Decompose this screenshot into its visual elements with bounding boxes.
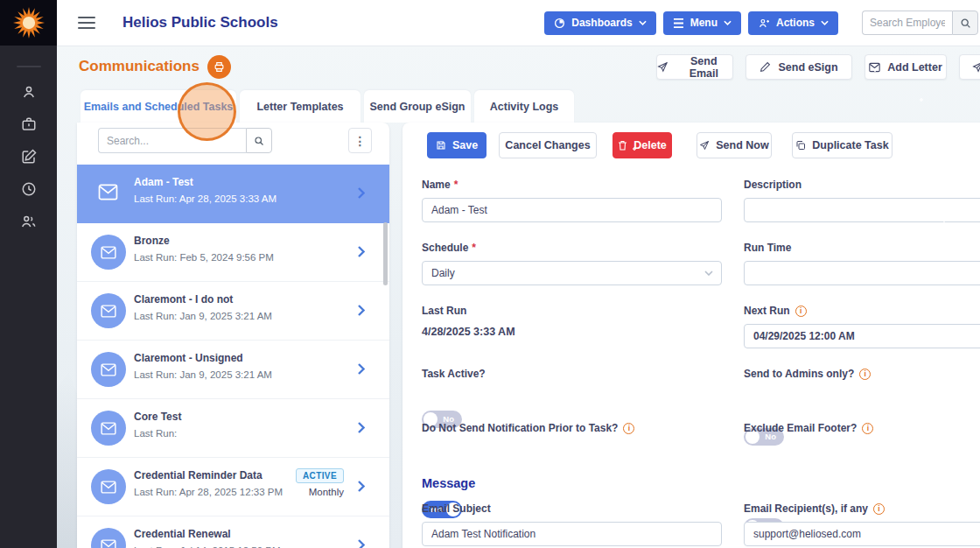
app-window: Helios Public Schools Dashboards Menu Ac… xyxy=(0,0,980,548)
employee-search-input[interactable] xyxy=(862,11,952,35)
task-detail-panel: Save Cancel Changes Delete Send Now Dupl… xyxy=(402,123,980,548)
schedule-label: Schedule* xyxy=(422,242,476,254)
frequency-label: Monthly xyxy=(309,487,344,497)
last-run-label: Last Run xyxy=(422,305,466,317)
list-item[interactable]: Claremont - I do notLast Run: Jan 9, 202… xyxy=(77,282,389,341)
list-options-button[interactable]: ⋮ xyxy=(348,128,372,153)
sidebar-item-people[interactable] xyxy=(0,214,57,229)
page-title: Communications xyxy=(79,58,200,75)
task-list-panel: ⋮ Adam - TestLast Run: Apr 28, 2025 3:33… xyxy=(77,123,389,548)
envelope-badge xyxy=(91,411,126,446)
tab-activity-logs[interactable]: Activity Logs xyxy=(474,90,574,123)
sidebar-item-person[interactable] xyxy=(0,84,57,100)
detail-toolbar: Save Cancel Changes Delete Send Now Dupl… xyxy=(427,132,892,158)
tab-send-group-esign[interactable]: Send Group eSign xyxy=(364,90,471,123)
email-recipients-label: Email Recipient(s), if anyi xyxy=(744,502,885,515)
envelope-badge xyxy=(91,293,126,328)
edit-icon xyxy=(21,149,37,165)
delete-button[interactable]: Delete xyxy=(612,132,672,158)
envelope-icon xyxy=(101,305,116,318)
menu-button[interactable]: Menu xyxy=(663,11,741,35)
chevron-right-icon xyxy=(358,187,365,199)
send-now-button[interactable]: Send Now xyxy=(696,132,772,158)
list-item[interactable]: Claremont - UnsignedLast Run: Jan 9, 202… xyxy=(77,341,389,399)
run-time-input[interactable] xyxy=(744,261,980,285)
info-icon[interactable]: i xyxy=(873,503,885,515)
next-run-input[interactable] xyxy=(744,324,980,348)
email-subject-label: Email Subject xyxy=(422,502,491,515)
list-search-button[interactable] xyxy=(246,128,272,153)
chevron-right-icon xyxy=(358,305,365,316)
chevron-right-icon xyxy=(358,246,365,257)
info-icon[interactable]: i xyxy=(862,423,873,434)
hamburger-menu-icon[interactable] xyxy=(78,17,95,29)
email-recipients-input[interactable] xyxy=(744,522,980,546)
name-input[interactable] xyxy=(422,198,722,222)
info-icon[interactable]: i xyxy=(795,306,807,317)
info-icon[interactable]: i xyxy=(859,369,871,380)
sidebar xyxy=(0,0,57,548)
description-input[interactable] xyxy=(744,198,980,222)
message-section-heading: Message xyxy=(422,476,475,490)
send-to-admins-label: Send to Admins only?i xyxy=(744,368,871,380)
list-scrollbar-thumb[interactable] xyxy=(383,222,388,285)
list-item[interactable]: Credential Reminder DataLast Run: Apr 28… xyxy=(77,458,389,516)
send-esign-button[interactable]: Send eSign xyxy=(746,54,852,80)
envelope-icon xyxy=(101,363,116,376)
print-button[interactable] xyxy=(207,55,231,79)
email-subject-input[interactable] xyxy=(422,522,722,546)
dashboards-button[interactable]: Dashboards xyxy=(544,11,655,35)
envelope-badge xyxy=(91,235,126,270)
search-icon xyxy=(254,136,264,146)
envelope-badge xyxy=(91,469,126,504)
topbar-actions: Dashboards Menu Actions xyxy=(537,11,978,35)
envelope-icon xyxy=(98,184,118,200)
list-search xyxy=(98,128,272,153)
list-search-input[interactable] xyxy=(98,128,246,153)
clipped-send-button[interactable] xyxy=(959,54,980,80)
list-item[interactable]: Credential RenewalLast Run: Jul 14, 2015… xyxy=(77,516,389,548)
add-letter-button[interactable]: Add Letter xyxy=(864,54,947,80)
save-button[interactable]: Save xyxy=(427,132,486,158)
envelope-icon xyxy=(869,62,880,73)
page-action-buttons: Send Email Send eSign Add Letter xyxy=(656,54,980,80)
cancel-changes-button[interactable]: Cancel Changes xyxy=(499,132,597,158)
logo-block[interactable] xyxy=(0,0,57,46)
kebab-icon: ⋮ xyxy=(354,134,367,148)
search-icon xyxy=(960,18,971,29)
trash-icon xyxy=(618,140,627,151)
list-item[interactable]: BronzeLast Run: Feb 5, 2024 9:56 PM xyxy=(77,223,389,282)
sidebar-item-history[interactable] xyxy=(0,181,57,197)
schedule-select[interactable]: Daily xyxy=(422,261,722,285)
list-item[interactable]: Adam - TestLast Run: Apr 28, 2025 3:33 A… xyxy=(77,165,389,223)
menu-lines-icon xyxy=(673,18,684,28)
duplicate-task-button[interactable]: Duplicate Task xyxy=(792,132,892,158)
description-label: Description xyxy=(744,179,802,191)
list-item[interactable]: Core TestLast Run: xyxy=(77,399,389,458)
sunburst-logo-icon xyxy=(12,6,46,39)
tab-bar: Emails and Scheduled Tasks Letter Templa… xyxy=(80,90,574,123)
name-label: Name* xyxy=(422,179,458,191)
last-run-value: 4/28/2025 3:33 AM xyxy=(422,326,515,338)
task-active-label: Task Active? xyxy=(422,368,486,380)
envelope-icon xyxy=(101,246,116,259)
employee-search-button[interactable] xyxy=(952,11,978,35)
sidebar-item-compose[interactable] xyxy=(0,149,57,165)
actions-button[interactable]: Actions xyxy=(748,11,838,35)
sidebar-item-briefcase[interactable] xyxy=(0,116,57,132)
send-email-button[interactable]: Send Email xyxy=(656,54,733,80)
chevron-right-icon xyxy=(358,422,365,433)
paper-plane-icon xyxy=(657,61,668,73)
tab-emails-and-scheduled-tasks[interactable]: Emails and Scheduled Tasks xyxy=(80,90,236,123)
tab-letter-templates[interactable]: Letter Templates xyxy=(240,90,360,123)
copy-icon xyxy=(795,140,806,151)
person-icon xyxy=(21,84,37,100)
next-run-label: Next Runi xyxy=(744,305,807,317)
briefcase-icon xyxy=(21,116,37,132)
envelope-badge xyxy=(91,352,126,387)
run-time-label: Run Time xyxy=(744,242,791,254)
info-icon[interactable]: i xyxy=(623,423,634,434)
floppy-icon xyxy=(436,140,446,151)
clock-icon xyxy=(21,181,37,197)
status-badge: ACTIVE xyxy=(296,468,344,483)
